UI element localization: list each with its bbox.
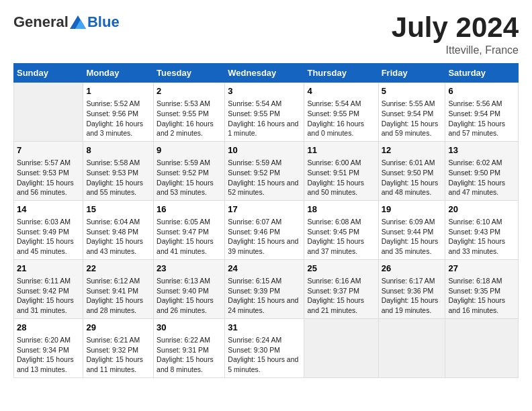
day-info: Sunrise: 5:58 AMSunset: 9:53 PMDaylight:…	[86, 158, 150, 197]
table-row: 23Sunrise: 6:13 AMSunset: 9:40 PMDayligh…	[154, 259, 225, 318]
calendar-table: Sunday Monday Tuesday Wednesday Thursday…	[13, 63, 519, 378]
day-number: 3	[228, 85, 301, 97]
calendar-location: Itteville, France	[392, 44, 519, 56]
table-row: 8Sunrise: 5:58 AMSunset: 9:53 PMDaylight…	[83, 141, 154, 200]
day-info: Sunrise: 6:16 AMSunset: 9:37 PMDaylight:…	[307, 276, 375, 316]
day-number: 14	[17, 203, 80, 216]
logo-general-text: General	[13, 13, 69, 31]
day-number: 16	[157, 203, 222, 216]
logo: General Blue	[13, 13, 120, 31]
col-saturday: Saturday	[445, 64, 519, 83]
table-row: 17Sunrise: 6:07 AMSunset: 9:46 PMDayligh…	[225, 200, 304, 259]
day-info: Sunrise: 5:59 AMSunset: 9:52 PMDaylight:…	[157, 158, 222, 197]
table-row: 22Sunrise: 6:12 AMSunset: 9:41 PMDayligh…	[83, 259, 154, 318]
table-row: 3Sunrise: 5:54 AMSunset: 9:55 PMDaylight…	[225, 83, 304, 142]
day-number: 20	[448, 203, 515, 216]
day-number: 6	[448, 85, 515, 97]
day-info: Sunrise: 6:11 AMSunset: 9:42 PMDaylight:…	[17, 276, 80, 316]
col-sunday: Sunday	[14, 64, 83, 83]
day-info: Sunrise: 6:03 AMSunset: 9:49 PMDaylight:…	[17, 217, 80, 257]
calendar-header: Sunday Monday Tuesday Wednesday Thursday…	[14, 64, 519, 83]
day-info: Sunrise: 6:01 AMSunset: 9:50 PMDaylight:…	[382, 158, 443, 197]
table-row: 30Sunrise: 6:22 AMSunset: 9:31 PMDayligh…	[154, 318, 225, 377]
day-info: Sunrise: 6:09 AMSunset: 9:44 PMDaylight:…	[382, 217, 443, 257]
day-info: Sunrise: 5:57 AMSunset: 9:53 PMDaylight:…	[17, 158, 80, 197]
day-info: Sunrise: 6:12 AMSunset: 9:41 PMDaylight:…	[86, 276, 150, 316]
table-row	[304, 318, 378, 377]
table-row: 2Sunrise: 5:53 AMSunset: 9:55 PMDaylight…	[154, 83, 225, 142]
table-row: 20Sunrise: 6:10 AMSunset: 9:43 PMDayligh…	[445, 200, 519, 259]
day-info: Sunrise: 5:53 AMSunset: 9:55 PMDaylight:…	[157, 99, 222, 138]
logo-icon	[70, 15, 86, 29]
calendar-week-row: 14Sunrise: 6:03 AMSunset: 9:49 PMDayligh…	[14, 200, 519, 259]
col-tuesday: Tuesday	[154, 64, 225, 83]
table-row: 11Sunrise: 6:00 AMSunset: 9:51 PMDayligh…	[304, 141, 378, 200]
day-info: Sunrise: 6:17 AMSunset: 9:36 PMDaylight:…	[382, 276, 443, 316]
day-info: Sunrise: 6:05 AMSunset: 9:47 PMDaylight:…	[157, 217, 222, 257]
table-row	[14, 83, 83, 142]
day-number: 11	[307, 144, 375, 156]
day-info: Sunrise: 6:22 AMSunset: 9:31 PMDaylight:…	[157, 335, 222, 375]
day-info: Sunrise: 5:54 AMSunset: 9:55 PMDaylight:…	[228, 99, 301, 138]
title-block: July 2024 Itteville, France	[392, 13, 519, 56]
day-info: Sunrise: 6:21 AMSunset: 9:32 PMDaylight:…	[86, 335, 150, 375]
day-number: 19	[382, 203, 443, 216]
day-number: 10	[228, 144, 301, 156]
day-info: Sunrise: 6:13 AMSunset: 9:40 PMDaylight:…	[157, 276, 222, 316]
day-number: 27	[448, 263, 515, 275]
day-number: 30	[157, 322, 222, 334]
day-number: 26	[382, 263, 443, 275]
table-row: 12Sunrise: 6:01 AMSunset: 9:50 PMDayligh…	[378, 141, 445, 200]
day-number: 24	[228, 263, 301, 275]
day-number: 23	[157, 263, 222, 275]
day-number: 9	[157, 144, 222, 156]
table-row: 10Sunrise: 5:59 AMSunset: 9:52 PMDayligh…	[225, 141, 304, 200]
table-row: 24Sunrise: 6:15 AMSunset: 9:39 PMDayligh…	[225, 259, 304, 318]
day-number: 21	[17, 263, 80, 275]
table-row: 28Sunrise: 6:20 AMSunset: 9:34 PMDayligh…	[14, 318, 83, 377]
day-info: Sunrise: 5:52 AMSunset: 9:56 PMDaylight:…	[86, 99, 150, 138]
table-row: 14Sunrise: 6:03 AMSunset: 9:49 PMDayligh…	[14, 200, 83, 259]
day-number: 17	[228, 203, 301, 216]
table-row: 15Sunrise: 6:04 AMSunset: 9:48 PMDayligh…	[83, 200, 154, 259]
day-info: Sunrise: 6:00 AMSunset: 9:51 PMDaylight:…	[307, 158, 375, 197]
table-row: 31Sunrise: 6:24 AMSunset: 9:30 PMDayligh…	[225, 318, 304, 377]
table-row: 6Sunrise: 5:56 AMSunset: 9:54 PMDaylight…	[445, 83, 519, 142]
table-row: 18Sunrise: 6:08 AMSunset: 9:45 PMDayligh…	[304, 200, 378, 259]
page-header: General Blue July 2024 Itteville, France	[13, 13, 519, 56]
table-row: 4Sunrise: 5:54 AMSunset: 9:55 PMDaylight…	[304, 83, 378, 142]
day-number: 15	[86, 203, 150, 216]
day-number: 2	[157, 85, 222, 97]
day-info: Sunrise: 6:20 AMSunset: 9:34 PMDaylight:…	[17, 335, 80, 375]
day-number: 5	[382, 85, 443, 97]
header-row: Sunday Monday Tuesday Wednesday Thursday…	[14, 64, 519, 83]
day-number: 25	[307, 263, 375, 275]
col-thursday: Thursday	[304, 64, 378, 83]
day-info: Sunrise: 6:07 AMSunset: 9:46 PMDaylight:…	[228, 217, 301, 257]
logo-blue-text: Blue	[87, 13, 120, 31]
day-info: Sunrise: 6:24 AMSunset: 9:30 PMDaylight:…	[228, 335, 301, 375]
calendar-week-row: 21Sunrise: 6:11 AMSunset: 9:42 PMDayligh…	[14, 259, 519, 318]
day-info: Sunrise: 6:04 AMSunset: 9:48 PMDaylight:…	[86, 217, 150, 257]
table-row: 19Sunrise: 6:09 AMSunset: 9:44 PMDayligh…	[378, 200, 445, 259]
day-number: 8	[86, 144, 150, 156]
table-row: 29Sunrise: 6:21 AMSunset: 9:32 PMDayligh…	[83, 318, 154, 377]
table-row	[378, 318, 445, 377]
day-info: Sunrise: 5:56 AMSunset: 9:54 PMDaylight:…	[448, 99, 515, 138]
day-info: Sunrise: 5:54 AMSunset: 9:55 PMDaylight:…	[307, 99, 375, 138]
table-row: 5Sunrise: 5:55 AMSunset: 9:54 PMDaylight…	[378, 83, 445, 142]
table-row: 7Sunrise: 5:57 AMSunset: 9:53 PMDaylight…	[14, 141, 83, 200]
col-friday: Friday	[378, 64, 445, 83]
col-monday: Monday	[83, 64, 154, 83]
day-number: 7	[17, 144, 80, 156]
day-number: 29	[86, 322, 150, 334]
calendar-title: July 2024	[392, 13, 519, 42]
day-number: 13	[448, 144, 515, 156]
table-row: 9Sunrise: 5:59 AMSunset: 9:52 PMDaylight…	[154, 141, 225, 200]
table-row: 13Sunrise: 6:02 AMSunset: 9:50 PMDayligh…	[445, 141, 519, 200]
calendar-week-row: 28Sunrise: 6:20 AMSunset: 9:34 PMDayligh…	[14, 318, 519, 377]
day-info: Sunrise: 5:59 AMSunset: 9:52 PMDaylight:…	[228, 158, 301, 197]
table-row: 21Sunrise: 6:11 AMSunset: 9:42 PMDayligh…	[14, 259, 83, 318]
table-row: 1Sunrise: 5:52 AMSunset: 9:56 PMDaylight…	[83, 83, 154, 142]
day-number: 4	[307, 85, 375, 97]
